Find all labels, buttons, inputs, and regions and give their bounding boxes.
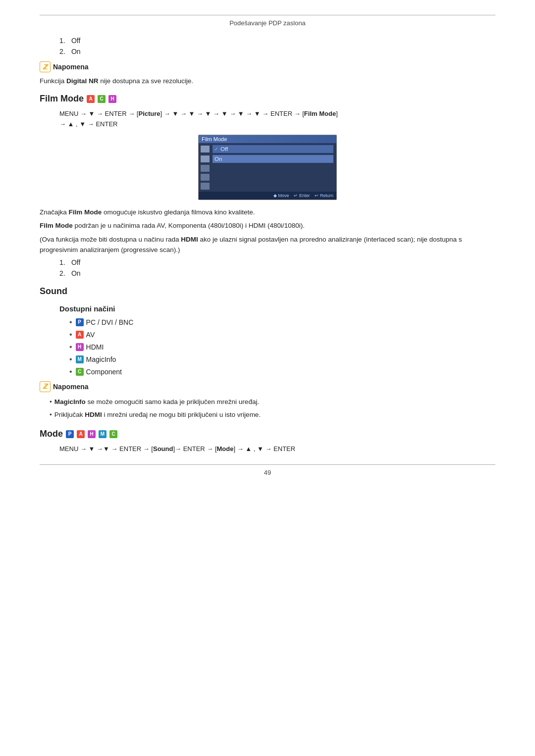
note2-icon: ℤ [40,381,51,392]
note2-bullet1: MagicInfo se može omogućiti samo kada je… [50,397,495,407]
film-mode-heading: Film Mode A C H [40,94,495,104]
badge-c-component: C [76,368,84,376]
intro-list: 1. Off 2. On [59,37,495,55]
badge-h: H [76,343,84,351]
footer-enter: ↵ Enter [294,193,310,198]
mode-badge-h: H [88,430,96,438]
bottom-border [40,464,495,465]
screen-icon-1 [201,146,210,152]
screen-row-icon1: ✓ Off [199,144,336,154]
dostupni-item-hdmi: • H HDMI [69,343,495,352]
film-mode-screen: Film Mode ✓ Off On [198,135,337,200]
sound-title: Sound [40,286,67,297]
page-header: Podešavanje PDP zaslona [40,19,495,27]
note2-bullets: MagicInfo se može omogućiti samo kada je… [50,397,495,420]
screen-row-icon4 [199,173,336,182]
film-mode-list: 1. Off 2. On [59,258,495,277]
film-mode-badge-h: H [108,95,116,103]
screen-row-icon2: On [199,154,336,164]
note2-label: Napomena [53,383,89,391]
dostupni-item-magic: • M MagicInfo [69,355,495,364]
bullet-dot-1: • [69,318,72,327]
screen-check-off: ✓ [214,147,218,151]
screen-text-off: Off [220,146,331,152]
note2-bullet2-text: Priključak HDMI i mrežni uređaj ne mogu … [54,410,261,420]
note1-label: Napomena [53,63,89,71]
dostupni-item-component: • C Component [69,367,495,376]
footer-move: ◆ Move [273,193,289,198]
film-mode-item2-label: On [71,269,81,277]
screen-titlebar: Film Mode [199,135,336,143]
dostupni-label-hdmi: HDMI [86,343,104,351]
dostupni-label-pc: PC / DVI / BNC [86,318,134,326]
intro-item2-label: On [71,48,81,55]
screen-row-icon5 [199,182,336,191]
note2-bullet2: Priključak HDMI i mrežni uređaj ne mogu … [50,410,495,420]
bullet-dot-2: • [69,330,72,339]
film-mode-badge-c: C [98,95,106,103]
badge-p: P [76,318,84,326]
bullet-dot-3: • [69,343,72,352]
intro-item1-num: 1. [59,37,69,45]
mode-badge-c: C [109,430,117,438]
screen-menu: ✓ Off On [199,143,336,192]
note2-bullet1-text: MagicInfo se može omogućiti samo kada je… [54,397,259,407]
sound-heading: Sound [40,286,495,297]
screen-icon-4 [201,174,210,181]
intro-item2-num: 2. [59,48,69,55]
page-number: 49 [40,469,495,476]
mode-heading: Mode P A H M C [40,429,495,439]
dostupni-item-pc: • P PC / DVI / BNC [69,318,495,327]
film-mode-desc2: Film Mode podržan je u načinima rada AV,… [40,220,495,231]
mode-badge-a: A [77,430,85,438]
film-mode-badge-a: A [87,95,95,103]
screen-text-on: On [214,156,331,162]
film-mode-item1-label: Off [71,258,80,266]
film-mode-item2-num: 2. [59,269,69,277]
dostupni-list: • P PC / DVI / BNC • A AV • H HDMI • M M… [69,318,495,376]
note1-icon: ℤ [40,61,51,72]
screen-row-icon3 [199,164,336,173]
note1-text: Funkcija Digital NR nije dostupna za sve… [40,77,495,85]
mode-badge-p: P [66,430,74,438]
badge-a: A [76,331,84,339]
film-mode-title: Film Mode [40,94,84,104]
film-mode-menu-path: MENU → ▼ → ENTER → [Picture] → ▼ → ▼ → ▼… [59,109,495,130]
dostupni-label-av: AV [86,331,95,339]
badge-m: M [76,355,84,363]
film-mode-desc3: (Ova funkcija može biti dostupna u način… [40,234,495,255]
screen-footer: ◆ Move ↵ Enter ↩ Return [199,192,336,200]
note2-box: ℤ Napomena [40,381,495,392]
mode-badge-m: M [99,430,107,438]
film-mode-item1-num: 1. [59,258,69,266]
dostupni-label-magic: MagicInfo [86,355,116,363]
intro-item1-label: Off [71,37,80,45]
screen-row-on: On [213,155,333,163]
dostupni-item-av: • A AV [69,330,495,339]
dostupni-heading: Dostupni načini [59,304,495,313]
footer-return: ↩ Return [315,193,333,198]
screen-row-off: ✓ Off [213,145,333,153]
note1-box: ℤ Napomena [40,61,495,72]
bullet-dot-5: • [69,367,72,376]
mode-menu-path: MENU → ▼ →▼ → ENTER → [Sound]→ ENTER → [… [59,444,495,454]
screen-icon-2 [201,155,210,162]
mode-title: Mode [40,429,63,439]
bullet-dot-4: • [69,355,72,364]
film-mode-desc1: Značajka Film Mode omogućuje iskustvo gl… [40,207,495,218]
screen-icon-3 [201,165,210,172]
dostupni-label-component: Component [86,368,122,376]
screen-icon-5 [201,183,210,190]
